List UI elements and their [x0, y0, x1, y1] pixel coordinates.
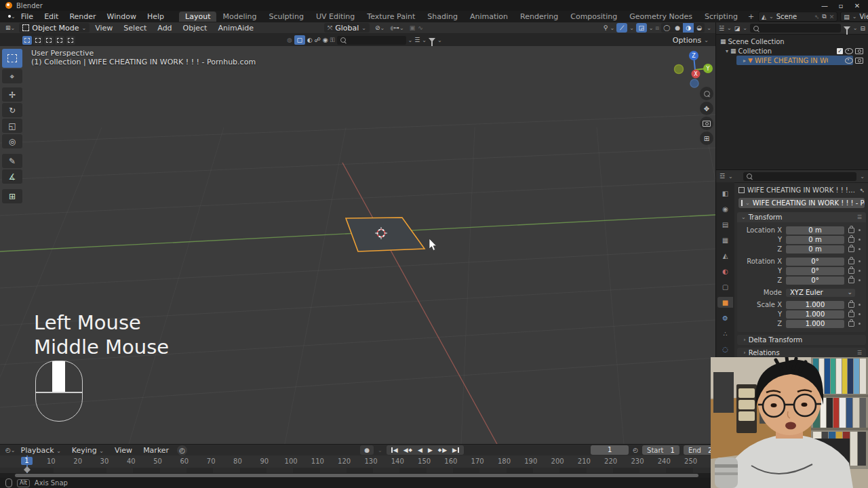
view-menu[interactable]: View — [109, 446, 138, 455]
filter-empty-icon[interactable]: ◉ — [323, 37, 328, 43]
pin-icon[interactable]: ➴ — [859, 187, 865, 194]
tab-output[interactable]: ▤ — [717, 219, 733, 230]
menu-item[interactable]: Window — [102, 12, 142, 21]
lock-icon[interactable] — [848, 302, 854, 308]
camera-visibility-icon[interactable] — [855, 48, 863, 54]
tab-render[interactable]: ◉ — [717, 203, 733, 214]
outliner-search-input[interactable] — [750, 24, 841, 33]
panel-options-icon[interactable]: ☰ — [857, 214, 862, 220]
eye-icon[interactable] — [845, 48, 853, 54]
expand-arrow-icon[interactable]: ▸ — [743, 58, 746, 64]
camera-view-button[interactable] — [700, 117, 713, 130]
tab-collection[interactable]: ▢ — [717, 281, 733, 292]
current-frame-badge[interactable]: 1 — [21, 457, 33, 465]
window-control-button[interactable]: ✕ — [852, 2, 863, 9]
lock-icon[interactable] — [848, 228, 854, 233]
relations-panel-header[interactable]: ⌄ Relations ☰ — [737, 348, 866, 358]
eye-icon[interactable] — [845, 58, 853, 64]
expand-arrow-icon[interactable]: ▾ — [726, 48, 728, 54]
filter-object-icon[interactable]: ▢ — [294, 35, 305, 45]
overlays-toggle-icon[interactable]: ⟋ — [616, 23, 627, 33]
workspace-tab[interactable]: Geometry Nodes — [623, 12, 698, 22]
viewport-menu-item[interactable]: AnimAide — [212, 24, 259, 33]
workspace-tab[interactable]: UV Editing — [310, 12, 361, 22]
viewport-menu-item[interactable]: View — [90, 24, 118, 33]
select-box-tool[interactable] — [2, 49, 22, 68]
play-button[interactable]: ▶ — [426, 447, 435, 453]
record-button[interactable]: ● — [360, 445, 374, 455]
workspace-tab[interactable]: Texture Paint — [361, 12, 421, 22]
lock-icon[interactable] — [848, 237, 854, 243]
animate-dot-icon[interactable] — [859, 229, 861, 231]
scale-tool[interactable]: ◱ — [2, 119, 22, 133]
editor-type-icon[interactable]: ⊞ — [5, 24, 11, 31]
transform-value-field[interactable]: 0° — [786, 277, 844, 285]
transform-value-field[interactable]: 0 m — [786, 226, 844, 235]
keying-menu[interactable]: Keying ⌄ — [66, 446, 109, 455]
cursor-tool[interactable]: ⌖ — [2, 69, 22, 83]
transform-value-field[interactable]: XYZ Euler — [786, 289, 855, 297]
object-name-field[interactable]: ⌄ WIFE CHEATING IN WORK ! ! ! - Pornhub.… — [738, 198, 865, 208]
rotate-tool[interactable]: ↻ — [2, 103, 22, 117]
animate-dot-icon[interactable] — [859, 323, 861, 325]
transform-value-field[interactable]: 0 m — [786, 245, 844, 253]
lock-icon[interactable] — [848, 321, 854, 327]
shading-solid-icon[interactable]: ● — [672, 23, 683, 33]
select-mode-extend-icon[interactable] — [33, 36, 43, 45]
workspace-tab[interactable]: Compositing — [564, 12, 623, 22]
mode-selector[interactable]: Object Mode ⌄ — [19, 23, 90, 33]
measure-tool[interactable]: ∡ — [2, 169, 22, 184]
orientation-selector[interactable]: ⤧ Global ⌄ — [324, 23, 370, 33]
tab-view-layer[interactable]: ▦ — [717, 235, 733, 245]
axis-gizmo[interactable]: Z Y X — [673, 46, 717, 91]
filter-funnel-icon[interactable] — [429, 38, 435, 42]
unlink-icon[interactable]: ✕ — [829, 14, 835, 20]
tab-particles[interactable]: ∴ — [717, 328, 733, 339]
viewport-menu-item[interactable]: Object — [178, 24, 213, 33]
select-mode-new-icon[interactable] — [22, 36, 32, 45]
filter-mesh-icon[interactable]: ◐ — [307, 37, 313, 43]
delta-transform-panel-header[interactable]: ⌄ Delta Transform — [737, 335, 866, 345]
animate-dot-icon[interactable] — [859, 270, 861, 272]
next-keyframe-button[interactable]: ◆▶ — [436, 447, 449, 453]
playback-menu[interactable]: Playback ⌄ — [16, 446, 66, 455]
lock-icon[interactable] — [848, 278, 854, 283]
menu-item[interactable]: Edit — [39, 12, 64, 21]
transform-panel-header[interactable]: ⌄ Transform ☰ — [737, 212, 866, 222]
proportional-edit-icon[interactable]: ▣ — [410, 24, 416, 31]
menu-item[interactable]: Render — [64, 12, 101, 21]
transform-value-field[interactable]: 0° — [786, 267, 844, 275]
transform-value-field[interactable]: 0 m — [786, 236, 844, 244]
jump-to-start-button[interactable]: ◀ — [389, 447, 400, 453]
menu-item[interactable]: Help — [142, 12, 170, 21]
select-mode-intersect-icon[interactable] — [66, 36, 75, 45]
select-mode-subtract-icon[interactable] — [44, 36, 54, 45]
xray-toggle-icon[interactable]: ◲ — [636, 23, 647, 33]
outliner-row-collection[interactable]: ▾ ▦ Collection ✓ — [716, 46, 868, 56]
workspace-tab[interactable]: Scripting — [698, 12, 744, 22]
animate-dot-icon[interactable] — [859, 279, 861, 281]
lock-icon[interactable] — [848, 259, 854, 264]
tab-world[interactable]: ◐ — [717, 266, 733, 277]
pan-button[interactable]: ✥ — [700, 102, 713, 115]
falloff-curve-icon[interactable]: ∿ — [418, 24, 423, 31]
animate-dot-icon[interactable] — [859, 260, 861, 262]
scene-selector[interactable]: ◭ ⌄ Scene ➴ ⧉ ✕ — [758, 12, 837, 22]
select-mode-invert-icon[interactable] — [55, 36, 64, 45]
tab-object[interactable]: ■ — [717, 297, 733, 308]
editor-type-icon[interactable]: ☲ — [719, 173, 725, 180]
lock-icon[interactable] — [848, 312, 854, 317]
workspace-tab[interactable]: Animation — [464, 12, 514, 22]
display-mode-icon[interactable]: ☱ — [719, 25, 724, 32]
zoom-button[interactable] — [700, 87, 713, 100]
add-primitive-tool[interactable]: ⊞ — [2, 189, 22, 203]
frame-start-field[interactable]: Start 1 — [642, 445, 679, 455]
display-mode-icon[interactable]: ☰ — [414, 37, 420, 43]
copy-icon[interactable]: ⧉ — [822, 13, 826, 20]
animate-dot-icon[interactable] — [859, 313, 861, 315]
shading-wireframe-icon[interactable]: ◯ — [661, 23, 672, 33]
lock-icon[interactable] — [848, 247, 854, 252]
filter-icon[interactable]: ◪ — [734, 25, 741, 32]
menu-item[interactable]: File — [16, 12, 39, 21]
viewlayer-selector[interactable]: ▤ ⌄ ViewLayer ⧉ ✕ — [840, 12, 868, 22]
